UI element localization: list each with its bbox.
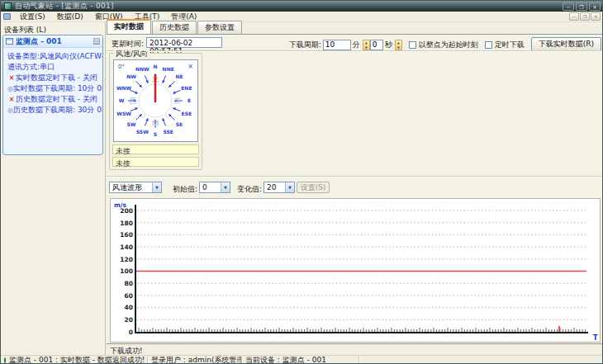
chevron-down-icon[interactable]: ▼	[221, 182, 230, 192]
download-status-message: 下载成功!	[107, 343, 603, 355]
compass-degree-label: 0°	[118, 64, 125, 70]
initial-value-label: 初始值:	[173, 184, 197, 195]
compass-direction-label: E	[188, 97, 191, 103]
device-type-text: 设备类型:风速风向仪(ACFW-4)	[7, 51, 103, 62]
device-list-sidebar: 设备列表 (L) 监测点 - 001 设备类型:风速风向仪(ACFW-4) 通讯…	[1, 22, 106, 355]
delta-value: 20	[264, 183, 285, 191]
main-tabs: 实时数据 历史数据 参数设置	[107, 22, 243, 34]
device-info-list: 设备类型:风速风向仪(ACFW-4) 通讯方式:串口 × 实时数据定时下载 - …	[3, 48, 102, 119]
device-panel[interactable]: 监测点 - 001 设备类型:风速风向仪(ACFW-4) 通讯方式:串口 × 实…	[2, 35, 103, 155]
comm-mode-text: 通讯方式:串口	[7, 62, 55, 73]
compass-direction-label: ESE	[182, 111, 192, 116]
compass-direction-label: ENE	[181, 85, 192, 91]
wind-direction-field: 未接	[112, 157, 199, 167]
compass-svg: 0°×NNNENEENEEESESESSESSSWSWWSWWWNWNWNNW北…	[114, 60, 197, 141]
comm-mode-row: 通讯方式:串口	[5, 62, 101, 73]
compass-cn-east: 东	[173, 97, 182, 105]
login-user-text: 登录用户 : admin(系统管理员)	[151, 356, 242, 364]
compass-direction-label: NE	[175, 73, 183, 79]
compass-direction-label: SSW	[136, 129, 149, 135]
menu-data[interactable]: 数据(D)	[51, 11, 89, 23]
chart-y-tick-label: 160	[120, 231, 133, 239]
compass-direction-label: WSW	[116, 111, 131, 116]
chevron-down-icon[interactable]: ▼	[152, 182, 161, 192]
chart-y-tick-label: 20	[125, 316, 133, 324]
minutes-input[interactable]	[323, 40, 351, 50]
device-panel-header[interactable]: 监测点 - 001	[3, 35, 102, 48]
seconds-unit-label: 秒	[385, 40, 392, 50]
seconds-input[interactable]	[370, 40, 383, 50]
app-icon	[4, 2, 12, 10]
minimize-button[interactable]: ─	[563, 2, 574, 11]
app-window: 自动气象站 - [监测点 - 001] ─ ❐ ✕ 设置(S) 数据(D) 窗口…	[0, 0, 603, 364]
compass-direction-label: NW	[126, 73, 136, 79]
closed-x-icon: ×	[7, 74, 16, 82]
statusbar-empty-section	[359, 356, 603, 364]
chevron-down-icon[interactable]: ▼	[285, 182, 294, 192]
chart-y-tick-label: 180	[120, 220, 133, 227]
mdi-minimize-button[interactable]: ─	[569, 12, 579, 21]
chart-y-tick-label: 120	[120, 256, 133, 263]
compass-direction-label: NNW	[135, 66, 150, 72]
compass-cn-south: 南	[152, 119, 159, 127]
chart-y-tick-label: 80	[125, 280, 133, 287]
timed-download-checkbox[interactable]	[485, 41, 492, 49]
wind-group-box: 风速/风向 0°×NNNENEENEEESESESSESSSWSWWSWWWNW…	[109, 53, 202, 170]
statusbar: 监测点 - 001 : 实时数据 - 数据返回成功! 登录用户 : admin(…	[1, 355, 603, 364]
statusbar-message-section: 监测点 - 001 : 实时数据 - 数据返回成功!	[1, 356, 148, 364]
tab-parameter-settings[interactable]: 参数设置	[197, 21, 242, 34]
settings-button[interactable]: 设置(S)	[297, 182, 330, 193]
start-on-hour-checkbox[interactable]	[409, 41, 416, 49]
status-ok-icon	[4, 357, 6, 363]
separator	[107, 50, 603, 52]
statusbar-message: 监测点 - 001 : 实时数据 - 数据返回成功!	[9, 356, 145, 364]
waveform-select[interactable]: 风速波形 ▼	[109, 182, 162, 193]
minutes-stepper[interactable]: ▲▼	[363, 40, 370, 50]
waveform-controls: 风速波形 ▼ 初始值: 0 ▼ 变化值: 20 ▼ 设置(S)	[107, 182, 603, 194]
menu-settings[interactable]: 设置(S)	[14, 11, 51, 23]
compass-nodata-mark: ×	[188, 63, 193, 70]
compass-cn-west: 西	[130, 97, 137, 105]
history-period-row: ◎ 历史数据下载周期: 30分 0秒	[5, 105, 101, 116]
period-radio-icon: ◎	[7, 85, 13, 92]
realtime-period-row: ◎ 实时数据下载周期: 10分 0秒	[5, 83, 101, 94]
menubar: 设置(S) 数据(D) 窗口(W) 工具(T) 管理(A) ─ ❐ ✕	[1, 12, 602, 22]
compass-direction-label: SW	[127, 121, 136, 127]
device-grid-icon	[6, 38, 13, 45]
tab-realtime-data[interactable]: 实时数据	[107, 19, 151, 34]
realtime-timer-text: 实时数据定时下载 - 关闭	[16, 73, 97, 83]
chart-y-tick-label: 40	[125, 304, 133, 311]
separator	[107, 176, 603, 177]
statusbar-login-section: 登录用户 : admin(系统管理员)	[148, 356, 242, 364]
mdi-child-icon[interactable]	[3, 13, 11, 20]
mdi-window-buttons: ─ ❐ ✕	[568, 12, 601, 21]
maximize-button[interactable]: ❐	[576, 2, 587, 11]
statusbar-device-section: 当前设备 : 监测点 - 001	[242, 356, 359, 364]
start-on-hour-label: 以整点为起始时刻	[419, 40, 478, 50]
chart-svg: m/s200180160140120100806040200T	[111, 199, 600, 342]
compass-direction-label: S	[154, 131, 157, 137]
wind-speed-field: 未接	[112, 144, 199, 154]
compass-direction-label: WNW	[116, 85, 132, 91]
initial-value-select[interactable]: 0 ▼	[199, 182, 230, 193]
history-timer-row: × 历史数据定时下载 - 关闭	[5, 94, 101, 105]
seconds-stepper[interactable]: ▲▼	[395, 40, 402, 50]
chart-y-tick-label: 140	[120, 243, 133, 251]
history-timer-text: 历史数据定时下载 - 关闭	[16, 94, 97, 105]
minutes-unit-label: 分	[353, 40, 360, 50]
tab-history-data[interactable]: 历史数据	[152, 21, 197, 34]
close-button[interactable]: ✕	[589, 2, 601, 11]
history-period-text: 历史数据下载周期: 30分 0秒	[13, 105, 103, 116]
update-time-value: 2012-06-02 09:57:51	[146, 37, 222, 48]
delta-value-select[interactable]: 20 ▼	[264, 182, 295, 193]
download-period-label: 下载周期:	[289, 40, 321, 50]
mdi-restore-button[interactable]: ❐	[580, 12, 590, 21]
wind-group-label: 风速/风向	[114, 49, 150, 59]
mdi-close-button[interactable]: ✕	[591, 12, 601, 21]
update-toolbar: 更新时间: 2012-06-02 09:57:51 下载周期: 分 ▲▼ 秒 ▲…	[107, 35, 603, 50]
initial-value: 0	[200, 183, 221, 191]
delta-value-label: 变化值:	[237, 184, 262, 195]
chart-y-tick-label: 0	[129, 329, 133, 336]
chart-x-axis-label: T	[593, 334, 598, 342]
pin-icon[interactable]	[93, 38, 100, 45]
